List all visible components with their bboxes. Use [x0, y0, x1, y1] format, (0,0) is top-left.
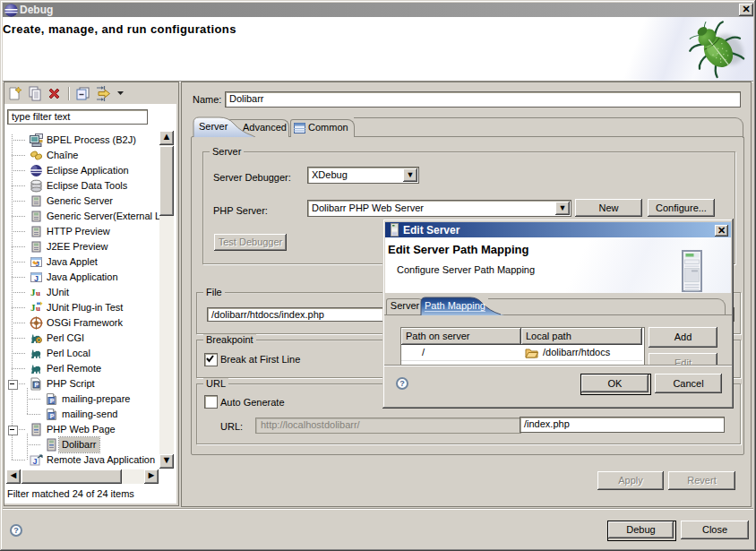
svg-text:P: P	[50, 398, 55, 404]
svg-text:J: J	[34, 274, 39, 283]
svg-text:P: P	[35, 382, 39, 388]
svg-text:J: J	[36, 260, 39, 268]
svg-text:u: u	[36, 288, 40, 297]
svg-text:J: J	[33, 457, 38, 466]
svg-text:u: u	[36, 304, 40, 313]
svg-text:P: P	[50, 413, 55, 419]
